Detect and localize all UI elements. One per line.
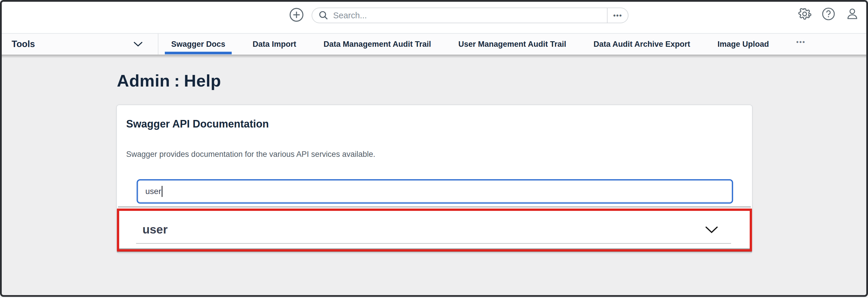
chevron-down-icon (133, 41, 143, 47)
api-group-dropdown-label: user (143, 223, 168, 236)
account-button[interactable] (845, 7, 859, 21)
card-heading: Swagger API Documentation (126, 118, 269, 130)
top-bar: ••• (2, 2, 866, 34)
screenshot-frame: ••• (0, 0, 868, 297)
person-icon (846, 7, 859, 21)
dropdown-underline (136, 243, 731, 244)
search-input[interactable] (329, 8, 607, 23)
tabs: Swagger Docs Data Import Data Management… (158, 34, 806, 55)
tabs-more-button[interactable]: ••• (796, 34, 806, 55)
page-title-separator: : (174, 71, 180, 90)
tools-menu-label: Tools (12, 39, 35, 49)
tab-data-audit-archive-export[interactable]: Data Audit Archive Export (594, 34, 690, 55)
tools-menu-dropdown[interactable]: Tools (2, 34, 158, 55)
api-filter-value: user (145, 187, 161, 196)
search-bar: ••• (312, 7, 628, 23)
tab-data-import[interactable]: Data Import (253, 34, 296, 55)
api-group-dropdown[interactable]: user (119, 211, 750, 249)
chevron-down-icon (705, 226, 718, 234)
topbar-right-icons (798, 7, 859, 21)
page-title-prefix: Admin (117, 71, 170, 90)
page-title: Admin:Help (117, 71, 221, 90)
swagger-docs-card: Swagger API Documentation Swagger provid… (116, 105, 753, 253)
search-icon (319, 10, 329, 20)
tool-tab-bar: Tools Swagger Docs Data Import Data Mana… (2, 34, 866, 55)
plus-circle-icon (289, 7, 304, 22)
logo-area (13, 5, 135, 30)
card-description: Swagger provides documentation for the v… (126, 150, 375, 159)
gear-icon (798, 7, 811, 21)
tab-data-management-audit-trail[interactable]: Data Management Audit Trail (323, 34, 431, 55)
tab-image-upload[interactable]: Image Upload (717, 34, 769, 55)
annotation-highlight-box: user (117, 208, 752, 252)
text-cursor (162, 186, 162, 197)
help-button[interactable] (822, 7, 835, 21)
search-more-button[interactable]: ••• (607, 8, 628, 23)
api-filter-input[interactable]: user (136, 179, 733, 204)
question-circle-icon (822, 7, 835, 21)
add-button[interactable] (289, 7, 304, 22)
tab-user-management-audit-trail[interactable]: User Management Audit Trail (458, 34, 566, 55)
page-title-suffix: Help (184, 71, 221, 90)
tab-swagger-docs[interactable]: Swagger Docs (171, 34, 225, 55)
dropdown-top-border (118, 206, 751, 207)
page-content: Admin:Help Swagger API Documentation Swa… (2, 55, 866, 295)
settings-button[interactable] (798, 7, 812, 21)
